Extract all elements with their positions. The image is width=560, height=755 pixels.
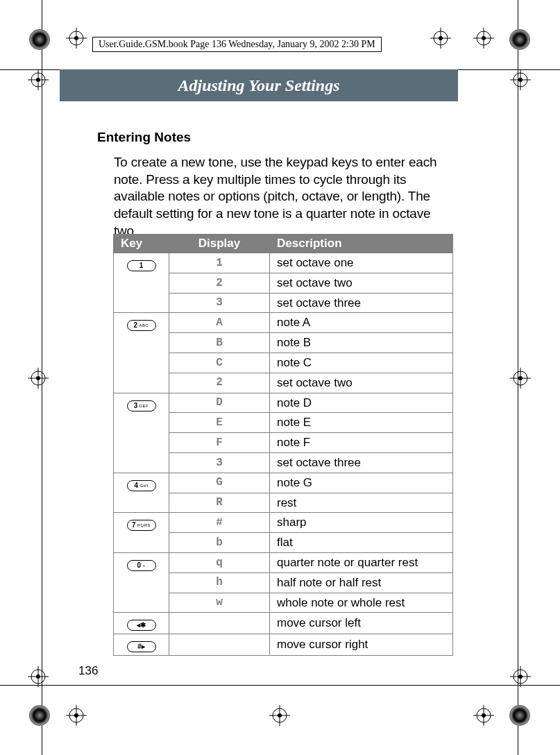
display-cell: R — [169, 493, 270, 513]
description-cell: rest — [270, 493, 453, 513]
registration-mark — [473, 705, 494, 726]
description-cell: set octave three — [270, 452, 453, 473]
description-cell: note F — [270, 433, 453, 453]
key-cell: 3 DEF — [114, 393, 169, 473]
document-info-text: User.Guide.GSM.book Page 136 Wednesday, … — [99, 39, 375, 49]
keypad-key-icon: 7 PQRS — [127, 520, 156, 531]
description-cell: set octave three — [270, 293, 453, 313]
registration-mark — [66, 28, 87, 49]
description-cell: set octave two — [270, 373, 453, 393]
section-paragraph: To create a new tone, use the keypad key… — [114, 154, 454, 239]
registration-mark — [28, 666, 49, 687]
registration-disc — [29, 705, 50, 726]
table-row: 4 GHIGnote G — [114, 473, 453, 493]
registration-mark — [28, 368, 49, 389]
key-main-label: 3 — [134, 402, 138, 409]
display-cell: 2 — [169, 273, 270, 293]
table-row: 3 DEFDnote D — [114, 393, 453, 413]
keypad-key-icon: 0 + — [127, 560, 156, 571]
registration-mark — [510, 666, 531, 687]
key-main-label: #▸ — [137, 643, 145, 650]
display-cell: C — [169, 353, 270, 373]
registration-mark — [510, 368, 531, 389]
key-main-label: 7 — [132, 521, 136, 529]
notes-table: Key Display Description 11set octave one… — [113, 234, 453, 656]
registration-disc — [509, 29, 530, 50]
chapter-title-bar: Adjusting Your Settings — [60, 69, 458, 101]
th-key: Key — [114, 235, 169, 253]
description-cell: note D — [270, 393, 453, 413]
description-cell: sharp — [270, 513, 453, 533]
table-row: ◂✱move cursor left — [114, 613, 453, 634]
description-cell: move cursor left — [270, 613, 453, 634]
description-cell: note A — [270, 313, 453, 333]
key-sub-label: GHI — [139, 484, 148, 488]
display-cell: 2 — [169, 373, 270, 393]
registration-mark — [28, 69, 49, 90]
display-cell: b — [169, 533, 270, 553]
registration-mark — [510, 69, 531, 90]
registration-mark — [66, 705, 87, 726]
display-cell: w — [169, 593, 270, 613]
display-cell — [169, 613, 270, 634]
table-header-row: Key Display Description — [114, 235, 453, 253]
display-cell: E — [169, 413, 270, 433]
display-cell: # — [169, 513, 270, 533]
display-cell: D — [169, 393, 270, 413]
description-cell: note G — [270, 473, 453, 493]
description-cell: quarter note or quarter rest — [270, 552, 453, 572]
chapter-title: Adjusting Your Settings — [178, 76, 340, 95]
key-main-label: 4 — [134, 482, 138, 489]
display-cell: h — [169, 572, 270, 593]
key-cell: 1 — [114, 253, 169, 313]
document-header: User.Guide.GSM.book Page 136 Wednesday, … — [92, 37, 382, 52]
display-cell: q — [169, 552, 270, 572]
description-cell: note E — [270, 413, 453, 433]
registration-mark — [473, 28, 494, 49]
key-main-label: 0 — [137, 561, 141, 569]
registration-disc — [509, 705, 530, 726]
display-cell: 1 — [169, 253, 270, 273]
key-cell: 2 ABC — [114, 313, 169, 393]
description-cell: whole note or whole rest — [270, 593, 453, 613]
table-row: 11set octave one — [114, 253, 453, 273]
display-cell — [169, 634, 270, 656]
description-cell: set octave one — [270, 253, 453, 273]
table-row: 2 ABCAnote A — [114, 313, 453, 333]
page-number: 136 — [78, 664, 98, 678]
key-cell: ◂✱ — [114, 613, 169, 634]
key-main-label: 2 — [134, 321, 138, 329]
display-cell: 3 — [169, 293, 270, 313]
section-heading: Entering Notes — [97, 130, 191, 145]
key-sub-label: + — [143, 563, 146, 568]
description-cell: set octave two — [270, 273, 453, 293]
keypad-key-icon: 4 GHI — [127, 480, 156, 491]
registration-disc — [29, 29, 50, 50]
description-cell: note C — [270, 353, 453, 373]
description-cell: flat — [270, 533, 453, 553]
key-cell: 7 PQRS — [114, 513, 169, 553]
description-cell: note B — [270, 333, 453, 353]
th-description: Description — [270, 235, 453, 253]
key-main-label: 1 — [139, 262, 144, 269]
th-display: Display — [169, 235, 270, 253]
registration-mark — [430, 28, 451, 49]
keypad-key-icon: 3 DEF — [127, 400, 156, 412]
display-cell: A — [169, 313, 270, 333]
crop-line-bottom — [0, 685, 560, 686]
key-main-label: ◂✱ — [137, 621, 146, 629]
registration-mark — [269, 705, 290, 726]
table-row: 0 +qquarter note or quarter rest — [114, 552, 453, 572]
table-row: 7 PQRS#sharp — [114, 513, 453, 533]
key-cell: 0 + — [114, 552, 169, 612]
display-cell: B — [169, 333, 270, 353]
table-row: #▸move cursor right — [114, 634, 453, 656]
display-cell: 3 — [169, 452, 270, 473]
display-cell: F — [169, 433, 270, 453]
key-cell: #▸ — [114, 634, 169, 656]
key-sub-label: PQRS — [137, 523, 151, 527]
keypad-key-icon: ◂✱ — [127, 620, 156, 631]
key-cell: 4 GHI — [114, 473, 169, 513]
description-cell: half note or half rest — [270, 572, 453, 593]
keypad-key-icon: 1 — [127, 260, 156, 271]
